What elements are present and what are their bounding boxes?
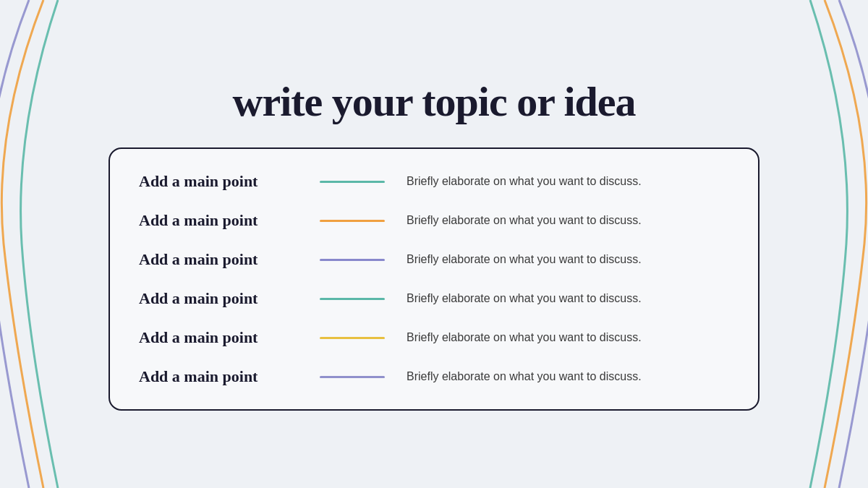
table-row: Add a main point Briefly elaborate on wh… [139,357,729,396]
line-divider-4 [320,298,385,300]
description-text: Briefly elaborate on what you want to di… [407,292,642,305]
description-text: Briefly elaborate on what you want to di… [407,175,642,188]
line-divider-2 [320,220,385,222]
main-card: Add a main point Briefly elaborate on wh… [109,147,760,411]
line-divider-5 [320,337,385,339]
table-row: Add a main point Briefly elaborate on wh… [139,162,729,201]
line-divider-1 [320,181,385,183]
description-text: Briefly elaborate on what you want to di… [407,253,642,266]
main-point-label: Add a main point [139,172,298,191]
description-text: Briefly elaborate on what you want to di… [407,370,642,383]
table-row: Add a main point Briefly elaborate on wh… [139,318,729,357]
main-point-label: Add a main point [139,289,298,308]
main-point-label: Add a main point [139,328,298,347]
table-row: Add a main point Briefly elaborate on wh… [139,201,729,240]
description-text: Briefly elaborate on what you want to di… [407,214,642,227]
line-divider-3 [320,259,385,261]
table-row: Add a main point Briefly elaborate on wh… [139,279,729,318]
line-divider-6 [320,376,385,378]
table-row: Add a main point Briefly elaborate on wh… [139,240,729,279]
description-text: Briefly elaborate on what you want to di… [407,331,642,344]
main-point-label: Add a main point [139,367,298,386]
page-title: write your topic or idea [233,77,636,126]
main-point-label: Add a main point [139,211,298,230]
main-point-label: Add a main point [139,250,298,269]
